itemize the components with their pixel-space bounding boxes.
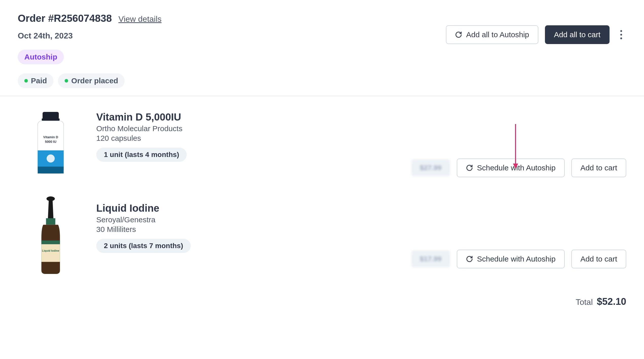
status-dot-icon — [65, 79, 68, 83]
vertical-dots-icon — [620, 30, 622, 39]
add-all-cart-label: Add all to cart — [554, 30, 600, 39]
svg-text:Vitamin D: Vitamin D — [43, 135, 58, 139]
order-placed-status-badge: Order placed — [58, 73, 125, 88]
schedule-autoship-button[interactable]: Schedule with Autoship — [457, 158, 565, 177]
add-all-cart-button[interactable]: Add all to cart — [545, 25, 610, 44]
add-all-autoship-button[interactable]: Add all to Autoship — [446, 25, 538, 44]
order-item-row: Vitamin D 5000 IU Vitamin D 5,000IU Orth… — [18, 111, 626, 177]
schedule-autoship-label: Schedule with Autoship — [477, 164, 556, 172]
product-image: Vitamin D 5000 IU — [18, 111, 84, 177]
paid-status-badge: Paid — [18, 73, 53, 88]
svg-rect-3 — [43, 112, 59, 119]
add-to-cart-button[interactable]: Add to cart — [571, 158, 626, 177]
order-date: Oct 24th, 2023 — [18, 31, 162, 41]
product-name: Liquid Iodine — [96, 203, 399, 214]
refresh-icon — [466, 255, 473, 263]
view-details-link[interactable]: View details — [118, 14, 161, 24]
product-brand: Seroyal/Genestra — [96, 215, 399, 224]
svg-point-10 — [47, 154, 55, 163]
svg-point-0 — [620, 30, 622, 32]
svg-rect-7 — [38, 167, 64, 173]
product-brand: Ortho Molecular Products — [96, 124, 399, 133]
more-options-button[interactable] — [616, 30, 626, 39]
product-image: Liquid Iodine — [18, 203, 84, 268]
product-size: 30 Milliliters — [96, 225, 399, 234]
total-value: $52.10 — [597, 296, 626, 307]
order-placed-label: Order placed — [71, 76, 118, 85]
order-title: Order #R256074838 — [18, 13, 112, 24]
svg-text:5000 IU: 5000 IU — [45, 140, 56, 144]
refresh-icon — [466, 164, 473, 171]
product-name: Vitamin D 5,000IU — [96, 111, 399, 123]
svg-rect-4 — [42, 118, 60, 121]
product-size: 120 capsules — [96, 134, 399, 143]
paid-label: Paid — [31, 76, 47, 85]
add-to-cart-label: Add to cart — [580, 164, 617, 172]
svg-point-2 — [620, 37, 622, 39]
schedule-autoship-button[interactable]: Schedule with Autoship — [457, 250, 565, 268]
unit-info-pill: 1 unit (lasts 4 months) — [96, 148, 187, 162]
svg-text:Liquid Iodine: Liquid Iodine — [42, 249, 59, 252]
total-label: Total — [576, 297, 593, 307]
order-item-row: Liquid Iodine Liquid Iodine Seroyal/Gene… — [18, 203, 626, 268]
refresh-icon — [455, 31, 462, 38]
svg-point-1 — [620, 34, 622, 35]
unit-info-pill: 2 units (lasts 7 months) — [96, 239, 191, 253]
autoship-badge: Autoship — [18, 50, 64, 64]
add-all-autoship-label: Add all to Autoship — [466, 30, 529, 39]
add-to-cart-button[interactable]: Add to cart — [571, 250, 626, 268]
add-to-cart-label: Add to cart — [580, 255, 617, 263]
product-price: $17.99 — [411, 250, 450, 268]
status-dot-icon — [24, 79, 28, 83]
svg-rect-14 — [46, 218, 55, 225]
schedule-autoship-label: Schedule with Autoship — [477, 255, 556, 263]
svg-rect-16 — [41, 241, 60, 244]
product-price: $27.99 — [411, 159, 450, 176]
